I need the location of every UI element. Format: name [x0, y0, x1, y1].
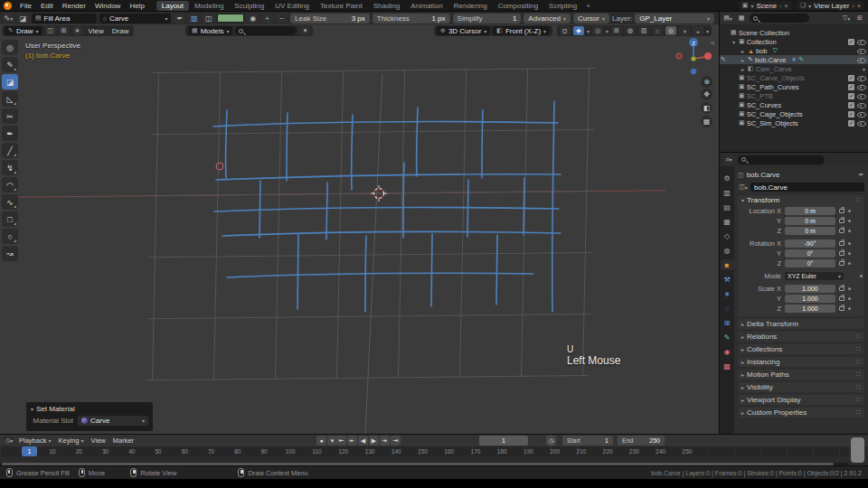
blender-logo-icon[interactable]	[4, 2, 12, 10]
stroke-placement-icon[interactable]: ◫	[203, 14, 214, 23]
workspace-tab-shading[interactable]: Shading	[368, 1, 405, 11]
outliner-row-bob-carve[interactable]: ✎ ▸ bob.Carve	[720, 55, 868, 64]
tool-polyline[interactable]	[2, 160, 18, 175]
animate-dot-icon[interactable]	[848, 307, 851, 310]
snap-magnet-icon[interactable]: Ω	[560, 26, 571, 35]
outliner-row-sc-ptb[interactable]: SC_PTB	[720, 91, 868, 100]
shading-solid-icon[interactable]: ◍	[665, 26, 676, 35]
viewport-display-panel[interactable]: ▸Viewport Display∷	[738, 395, 864, 405]
eye-icon[interactable]	[857, 83, 865, 90]
object-type-icon[interactable]: ◫▾	[738, 183, 749, 192]
checkbox-icon[interactable]	[848, 39, 854, 45]
play-reverse-button[interactable]: ◀	[358, 436, 368, 446]
view-layer-selector[interactable]: ❏▾ View Layer ▫ ×	[797, 1, 864, 10]
collections-panel[interactable]: ▸Collections∷	[738, 344, 864, 354]
workspace-tab-modeling[interactable]: Modeling	[189, 1, 229, 11]
tool-circle[interactable]	[2, 229, 18, 244]
outliner-row-cam-carve[interactable]: ▸ Cam_Carve ▾	[720, 64, 868, 73]
draw-menu[interactable]: Draw	[109, 27, 132, 35]
gizmos-toggle-icon[interactable]: ⊞	[611, 26, 622, 35]
region-collapse-icon[interactable]: <	[711, 39, 715, 47]
chevron-down-icon[interactable]: ▾	[863, 66, 865, 72]
material-selector[interactable]: ○ Carve ▾	[99, 14, 172, 23]
workspace-tab-scripting[interactable]: Scripting	[543, 1, 582, 11]
tool-fill[interactable]	[2, 74, 18, 89]
layer-dropdown[interactable]: GP_Layer ▾	[635, 14, 714, 23]
lock-icon[interactable]	[839, 209, 844, 213]
xray-toggle-icon[interactable]: ▥	[638, 26, 649, 35]
eye-icon[interactable]	[857, 101, 865, 108]
outliner-row-sc-sim-objects[interactable]: SC_Sim_Objects	[720, 118, 868, 127]
properties-search-input[interactable]	[749, 156, 812, 164]
outliner-row-sc-path-curves[interactable]: SC_Path_Curves	[720, 82, 868, 91]
outliner-row-sc-carve-objects[interactable]: SC_Carve_Objects	[720, 73, 868, 82]
color-pin-icon[interactable]: ◉	[247, 14, 259, 23]
viewport-3d[interactable]: Z ✎ Draw ▾ ◫ ⊞ ∗ View Draw ▦ Models	[0, 24, 719, 434]
tool-box[interactable]	[2, 211, 18, 227]
menu-render[interactable]: Render	[58, 2, 90, 10]
brush-selector-icon[interactable]: ✎▾	[3, 14, 14, 23]
scale-z-field[interactable]: 1.000	[785, 305, 835, 313]
workspace-tab-uv-editing[interactable]: UV Editing	[269, 1, 315, 11]
visibility-panel[interactable]: ▸Visibility∷	[738, 382, 864, 392]
tool-eyedropper[interactable]	[2, 126, 18, 141]
scale-x-field[interactable]: 1.000	[785, 285, 835, 293]
tab-output-icon[interactable]: ▤	[721, 202, 734, 212]
object-name-field[interactable]: bob.Carve	[750, 183, 864, 192]
tab-texture-icon[interactable]: ▩	[721, 361, 734, 371]
animate-dot-icon[interactable]	[848, 210, 851, 212]
shading-material-icon[interactable]: ◑	[679, 26, 690, 35]
expand-icon[interactable]: ▸	[740, 57, 746, 63]
orientation-dropdown[interactable]: ◧ Front (X-Z) ▾	[493, 26, 550, 35]
new-collection-icon[interactable]: ⊞	[854, 14, 865, 23]
eye-icon[interactable]	[857, 56, 865, 63]
screen-space-icon[interactable]: ▥	[188, 14, 200, 23]
location-z-field[interactable]: 0 m	[785, 227, 835, 235]
playhead[interactable]: 1	[22, 446, 37, 456]
unlink-scene-icon[interactable]: ×	[785, 3, 788, 9]
relations-panel[interactable]: ▸Relations∷	[738, 332, 864, 342]
zoom-icon[interactable]: ⊕	[701, 76, 712, 88]
tab-scene-icon[interactable]: ◇	[721, 230, 734, 241]
workspace-tab-compositing[interactable]: Compositing	[493, 1, 543, 11]
workspace-tab-animation[interactable]: Animation	[405, 1, 448, 11]
frame-start-field[interactable]: Start1	[562, 436, 613, 446]
current-frame-field[interactable]: 1	[479, 436, 528, 446]
tab-world-icon[interactable]: ◍	[721, 245, 734, 256]
lock-icon[interactable]	[839, 251, 844, 256]
animate-dot-icon[interactable]	[848, 230, 851, 232]
outliner-row-bob[interactable]: ▸ bob	[720, 46, 868, 55]
thickness-field[interactable]: Thickness 1 px	[373, 14, 450, 23]
remove-view-layer-icon[interactable]: ×	[857, 3, 861, 9]
tab-render-icon[interactable]: ▥	[721, 187, 734, 198]
lock-icon[interactable]	[839, 296, 844, 301]
eye-icon[interactable]	[857, 74, 865, 81]
properties-search[interactable]	[738, 155, 825, 164]
workspace-tab-layout[interactable]: Layout	[156, 1, 189, 11]
editor-type-icon[interactable]: ≡▾	[723, 155, 734, 164]
jump-to-end-button[interactable]: ⇥	[391, 436, 401, 446]
tab-view-layer-icon[interactable]: ▦	[721, 216, 734, 227]
menu-file[interactable]: File	[15, 2, 36, 10]
new-view-layer-icon[interactable]: ▫	[852, 3, 854, 9]
checkbox-icon[interactable]	[848, 75, 854, 81]
cursor-dropdown[interactable]: Cursor▾	[573, 14, 609, 23]
instancing-panel[interactable]: ▸Instancing∷	[738, 357, 864, 367]
eye-icon[interactable]	[857, 119, 865, 127]
menu-help[interactable]: Help	[125, 2, 148, 10]
workspace-tab-texture-paint[interactable]: Texture Paint	[315, 1, 368, 11]
timeline-ruler[interactable]: 1020 3040 5060 7080 90100 110120 130140 …	[0, 446, 848, 456]
animate-dot-icon[interactable]	[848, 262, 851, 265]
rotation-mode-dropdown[interactable]: XYZ Euler▾	[785, 272, 844, 280]
brush-name-field[interactable]: ▤ Fill Area	[32, 14, 97, 23]
animate-dot-icon[interactable]	[848, 297, 851, 300]
checkbox-icon[interactable]	[848, 93, 854, 99]
camera-view-icon[interactable]: ◧	[701, 102, 712, 114]
editor-type-icon[interactable]: ▤▾	[722, 14, 733, 23]
scale-y-field[interactable]: 1.000	[785, 295, 835, 303]
jump-to-start-button[interactable]: ⇤	[336, 436, 346, 446]
location-x-field[interactable]: 0 m	[785, 207, 835, 215]
tab-material-icon[interactable]: ◉	[721, 346, 734, 357]
outliner-row-sc-curves[interactable]: SC_Curves	[720, 100, 868, 109]
tab-tool-icon[interactable]: ⚙	[721, 173, 734, 183]
